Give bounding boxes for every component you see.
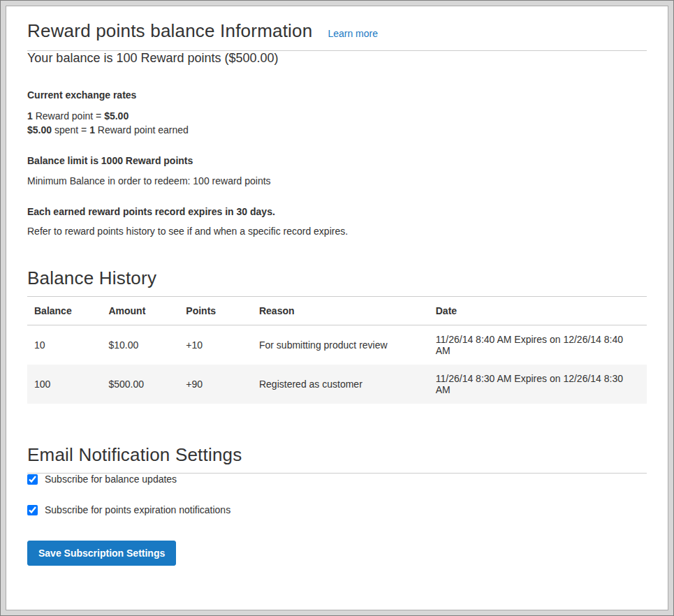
- table-body: 10 $10.00 +10 For submitting product rev…: [27, 325, 647, 404]
- rate-line-2: $5.00 spent = 1 Reward point earned: [27, 124, 189, 135]
- exchange-rates-text: 1 Reward point = $5.00 $5.00 spent = 1 R…: [27, 110, 647, 137]
- cell-reason: For submitting product review: [252, 325, 429, 365]
- cell-balance: 10: [27, 325, 101, 365]
- panel-header: Reward points balance Information Learn …: [27, 20, 647, 42]
- column-header-amount: Amount: [101, 297, 179, 325]
- subscribe-balance-option[interactable]: Subscribe for balance updates: [27, 474, 647, 485]
- exchange-rates-heading: Current exchange rates: [27, 89, 647, 101]
- table-row: 10 $10.00 +10 For submitting product rev…: [27, 325, 647, 365]
- cell-amount: $10.00: [101, 325, 179, 365]
- balance-summary: Your balance is 100 Reward points ($500.…: [27, 51, 647, 66]
- cell-date: 11/26/14 8:40 AM Expires on 12/26/14 8:4…: [429, 325, 647, 365]
- cell-amount: $500.00: [101, 365, 179, 404]
- cell-points: +90: [179, 365, 252, 404]
- cell-reason: Registered as customer: [252, 365, 429, 404]
- subscribe-expiration-label: Subscribe for points expiration notifica…: [45, 504, 230, 515]
- cell-points: +10: [179, 325, 252, 365]
- column-header-balance: Balance: [27, 297, 101, 325]
- subscribe-balance-checkbox[interactable]: [27, 474, 38, 485]
- column-header-reason: Reason: [252, 297, 429, 325]
- subscribe-expiration-checkbox[interactable]: [27, 505, 38, 515]
- subscribe-expiration-option[interactable]: Subscribe for points expiration notifica…: [27, 504, 647, 515]
- balance-limit-text: Balance limit is 1000 Reward points: [27, 155, 647, 166]
- minimum-balance-text: Minimum Balance in order to redeem: 100 …: [27, 175, 647, 186]
- rate-line-1: 1 Reward point = $5.00: [27, 110, 129, 122]
- table-header-row: Balance Amount Points Reason Date: [27, 297, 647, 325]
- expiration-note: Each earned reward points record expires…: [27, 206, 647, 217]
- subscribe-balance-label: Subscribe for balance updates: [45, 474, 177, 485]
- expiration-hint: Refer to reward points history to see if…: [27, 226, 647, 237]
- cell-date: 11/26/14 8:30 AM Expires on 12/26/14 8:3…: [429, 365, 647, 404]
- balance-history-heading: Balance History: [27, 267, 647, 289]
- save-subscription-settings-button[interactable]: Save Subscription Settings: [27, 541, 176, 566]
- column-header-date: Date: [429, 297, 647, 325]
- cell-balance: 100: [27, 365, 101, 404]
- learn-more-link[interactable]: Learn more: [328, 28, 378, 39]
- balance-history-table: Balance Amount Points Reason Date 10 $10…: [27, 297, 647, 404]
- table-header: Balance Amount Points Reason Date: [27, 297, 647, 325]
- table-row: 100 $500.00 +90 Registered as customer 1…: [27, 365, 647, 404]
- reward-points-panel: Reward points balance Information Learn …: [6, 6, 668, 610]
- page-background: Reward points balance Information Learn …: [0, 0, 674, 616]
- page-title: Reward points balance Information: [27, 20, 312, 42]
- email-settings-heading: Email Notification Settings: [27, 444, 647, 466]
- column-header-points: Points: [179, 297, 252, 325]
